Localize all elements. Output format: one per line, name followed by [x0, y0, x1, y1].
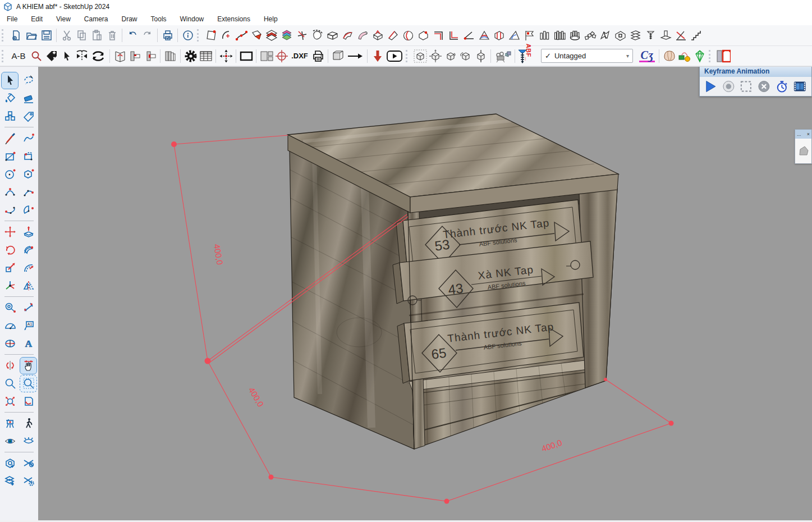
box-straps-tool-icon[interactable]: [492, 28, 507, 43]
flatten-x-tool[interactable]: [20, 455, 36, 471]
follow-me-tool[interactable]: [20, 242, 36, 258]
menu-window[interactable]: Window: [173, 13, 211, 25]
pipe-tool-icon[interactable]: [355, 28, 370, 43]
tag-filter-dropdown[interactable]: ✓ Untagged ▾: [541, 49, 633, 63]
paste-icon[interactable]: [89, 28, 104, 43]
layout-panels-icon[interactable]: [259, 48, 274, 63]
delete-icon[interactable]: [104, 28, 120, 43]
cut-icon[interactable]: [59, 28, 74, 43]
delete-frame-icon[interactable]: [758, 80, 770, 93]
sphere-band-tool-icon[interactable]: [401, 28, 416, 43]
frame-rect-icon[interactable]: [238, 48, 254, 63]
threed-text-tool[interactable]: A: [20, 336, 36, 352]
menu-file[interactable]: File: [0, 13, 24, 25]
flag-tool-icon[interactable]: [522, 28, 537, 43]
shell-material-icon[interactable]: [662, 48, 677, 63]
polygon-shape-icon[interactable]: [797, 145, 810, 157]
box-diamond-tool-icon[interactable]: [370, 28, 386, 43]
push-pull-tool[interactable]: [20, 224, 36, 240]
select-tool[interactable]: [2, 72, 18, 89]
print-parts-icon[interactable]: [310, 48, 325, 63]
post-base-tool-icon[interactable]: [658, 28, 673, 43]
section-flip-tool[interactable]: [2, 358, 18, 374]
keyframe-panel-title[interactable]: Keyframe Animation: [700, 67, 811, 77]
make-tag-tool[interactable]: [20, 108, 36, 125]
axes-tool[interactable]: [2, 336, 18, 352]
components-tool[interactable]: [2, 108, 18, 125]
stairs-tool-icon[interactable]: [689, 28, 704, 43]
toolbar-grip[interactable]: [2, 50, 7, 62]
copy-icon[interactable]: [74, 28, 89, 43]
pan-hand-tool[interactable]: [20, 358, 36, 374]
lasso-tool[interactable]: [20, 72, 36, 89]
synchronize-icon[interactable]: [89, 48, 107, 63]
curve-red-tool-icon[interactable]: [340, 28, 355, 43]
layers-export-tool[interactable]: [2, 473, 18, 489]
eraser-tool[interactable]: [20, 90, 36, 107]
gem-analyze-icon[interactable]: [692, 48, 707, 63]
columns-3-tool-icon[interactable]: [537, 28, 552, 43]
move-points-icon[interactable]: [218, 48, 233, 63]
red-panel-partial-icon[interactable]: [715, 48, 731, 63]
move-tool[interactable]: [2, 224, 18, 240]
abf-screw-tool[interactable]: ABF_: [517, 48, 536, 65]
color-stack-tool-icon[interactable]: [279, 28, 295, 43]
view-filter-tool[interactable]: [20, 433, 36, 450]
view-cube-3-icon[interactable]: [443, 48, 458, 63]
protractor-tool[interactable]: [2, 318, 18, 334]
box-spiral-tool-icon[interactable]: [582, 28, 598, 43]
menu-extensions[interactable]: Extensions: [210, 13, 257, 25]
arc-tool[interactable]: [2, 184, 18, 200]
text-tool[interactable]: A1: [20, 318, 36, 334]
close-icon[interactable]: ×: [807, 131, 810, 137]
play-icon[interactable]: [704, 80, 717, 93]
curic-tool-button[interactable]: Cʒ: [637, 48, 657, 63]
point-path-tool-icon[interactable]: [234, 28, 249, 43]
view-cube-1-icon[interactable]: [412, 48, 428, 63]
model-info-icon[interactable]: [180, 28, 195, 43]
book-bend-icon[interactable]: [112, 48, 127, 63]
position-camera-tool[interactable]: [2, 415, 18, 432]
toolbar-grip[interactable]: [197, 29, 202, 42]
menu-edit[interactable]: Edit: [24, 13, 49, 25]
box-dot-tool-icon[interactable]: [416, 28, 431, 43]
menu-help[interactable]: Help: [257, 13, 285, 25]
flatten-gear-tool[interactable]: [20, 473, 36, 489]
arrow-right-icon[interactable]: [346, 48, 365, 63]
offset-tool[interactable]: [20, 260, 36, 276]
view-cube-5-icon[interactable]: [473, 48, 488, 63]
import-down-icon[interactable]: [370, 48, 385, 63]
center-target-icon[interactable]: [274, 48, 289, 63]
mirror-tool[interactable]: [20, 278, 36, 294]
stopwatch-icon[interactable]: [776, 80, 788, 93]
view-cube-2-icon[interactable]: [428, 48, 443, 63]
model-viewport[interactable]: Thành trước NK Tap ABF solutions 53 Xà N…: [38, 67, 812, 522]
three-point-arc-tool[interactable]: [2, 202, 18, 218]
view-cube-4-icon[interactable]: [458, 48, 473, 63]
record-icon[interactable]: [722, 80, 735, 93]
panel-mid-icon[interactable]: [143, 48, 158, 63]
arc-plus-tool-icon[interactable]: [219, 28, 234, 43]
zoom-window-tool[interactable]: [20, 376, 36, 392]
add-tag-icon[interactable]: [44, 48, 59, 63]
freehand-tool[interactable]: [20, 130, 36, 146]
axes-multi-tool[interactable]: [2, 278, 18, 294]
note-tool-icon[interactable]: [204, 28, 219, 43]
run-play-icon[interactable]: [385, 48, 404, 63]
film-icon[interactable]: [793, 80, 807, 93]
menu-tools[interactable]: Tools: [144, 13, 173, 25]
camera-view-icon[interactable]: [493, 48, 512, 63]
shelf-stack-tool-icon[interactable]: [628, 28, 643, 43]
axis-cross-tool-icon[interactable]: [295, 28, 310, 43]
cutlist-table-icon[interactable]: [198, 48, 213, 63]
new-document-icon[interactable]: [8, 28, 24, 43]
circle-tool[interactable]: [2, 166, 18, 182]
arc-gray-tool-icon[interactable]: [476, 28, 492, 43]
polygon-tool[interactable]: [20, 166, 36, 182]
walk-tool[interactable]: [20, 415, 36, 432]
panel-overflow-dots[interactable]: ...: [797, 131, 801, 137]
flip-icon[interactable]: [74, 48, 89, 63]
wedge-tool-icon[interactable]: [386, 28, 401, 43]
fan-tool-icon[interactable]: [249, 28, 264, 43]
menu-view[interactable]: View: [49, 13, 77, 25]
